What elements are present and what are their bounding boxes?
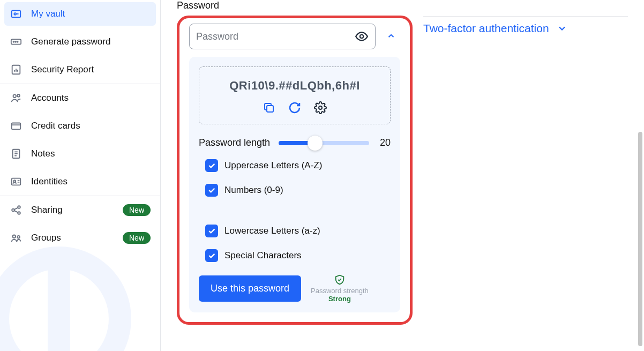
new-badge: New [123,232,151,244]
special-checkbox[interactable] [205,249,218,262]
refresh-icon [288,101,301,114]
password-length-slider[interactable] [279,141,369,145]
scrollbar-thumb[interactable] [638,132,642,346]
groups-icon [10,231,23,244]
vault-icon [10,8,23,20]
svg-point-3 [13,41,14,42]
sidebar-item-label: Security Report [31,64,94,75]
svg-rect-9 [12,123,21,130]
svg-point-21 [319,106,322,109]
sidebar-item-sharing[interactable]: Sharing New [0,196,160,224]
sidebar: My vault Generate password Security Repo… [0,0,161,351]
copy-password-button[interactable] [263,101,275,114]
lowercase-label: Lowercase Letters (a-z) [224,226,320,236]
sidebar-item-label: Notes [31,148,55,159]
sidebar-item-my-vault[interactable]: My vault [4,2,156,26]
strength-label: Password strength [311,287,369,295]
sidebar-item-label: Generate password [31,36,110,47]
use-password-button[interactable]: Use this password [199,275,301,302]
password-input-wrapper[interactable] [189,24,376,49]
sidebar-item-accounts[interactable]: Accounts [0,84,160,112]
sidebar-item-security-report[interactable]: Security Report [0,56,160,84]
svg-point-19 [360,35,364,39]
sidebar-item-generate-password[interactable]: Generate password [0,28,160,56]
sidebar-item-label: Groups [31,233,61,243]
eye-icon [355,29,369,43]
chevron-up-icon [386,31,396,41]
shield-check-icon [334,274,346,286]
credit-card-icon [10,120,23,132]
svg-point-17 [17,236,20,238]
generator-settings-button[interactable] [314,101,327,114]
special-label: Special Characters [224,250,302,261]
svg-point-12 [13,180,16,182]
lowercase-checkbox[interactable] [205,225,218,237]
uppercase-checkbox[interactable] [205,159,218,172]
strength-value: Strong [328,295,351,303]
sidebar-item-label: Accounts [31,93,69,103]
sidebar-item-label: My vault [31,9,65,19]
password-field-label: Password [177,0,413,11]
generated-password-box: QRi10\9.##dLQbh,6h#I [199,66,391,124]
sidebar-item-label: Sharing [31,205,63,215]
slider-knob[interactable] [308,136,323,151]
notes-icon [10,147,23,160]
svg-point-4 [15,41,16,42]
chevron-down-icon [557,23,567,34]
numbers-checkbox[interactable] [205,184,218,197]
sidebar-item-label: Credit cards [31,121,80,131]
svg-point-7 [13,95,17,98]
regenerate-password-button[interactable] [288,101,301,114]
watermark-logo [0,238,139,351]
sidebar-item-groups[interactable]: Groups New [0,224,160,252]
generated-password: QRi10\9.##dLQbh,6h#I [205,79,385,93]
two-factor-section-toggle[interactable]: Two-factor authentication [423,16,628,40]
sidebar-item-label: Identities [31,176,68,187]
svg-point-18 [0,258,120,351]
check-icon [207,186,216,195]
password-length-value: 20 [378,137,391,148]
report-icon [10,63,23,76]
password-length-label: Password length [199,137,270,148]
numbers-label: Numbers (0-9) [224,185,283,196]
password-field-icon [10,35,23,48]
new-badge: New [123,204,151,216]
highlighted-generator-panel: QRi10\9.##dLQbh,6h#I [177,16,413,325]
svg-point-1 [14,13,16,15]
uppercase-label: Uppercase Letters (A-Z) [224,160,322,171]
check-icon [207,161,216,170]
password-strength-indicator: Password strength Strong [311,274,369,303]
svg-point-16 [13,235,16,238]
accounts-icon [10,92,23,104]
svg-point-8 [17,94,20,97]
gear-icon [314,101,327,114]
collapse-generator-button[interactable] [382,27,400,47]
identity-icon [10,175,23,188]
sidebar-item-notes[interactable]: Notes [0,140,160,168]
copy-icon [263,101,275,114]
sidebar-item-identities[interactable]: Identities [0,168,160,196]
check-icon [207,251,216,260]
svg-point-5 [17,41,18,42]
main-content: Password QRi10\9.##dLQbh,6h#I [161,0,644,351]
svg-rect-20 [267,106,273,112]
share-icon [10,204,23,216]
toggle-visibility-button[interactable] [355,29,369,43]
password-input[interactable] [196,31,355,42]
check-icon [207,227,216,235]
two-factor-label: Two-factor authentication [423,22,549,35]
sidebar-item-credit-cards[interactable]: Credit cards [0,112,160,140]
